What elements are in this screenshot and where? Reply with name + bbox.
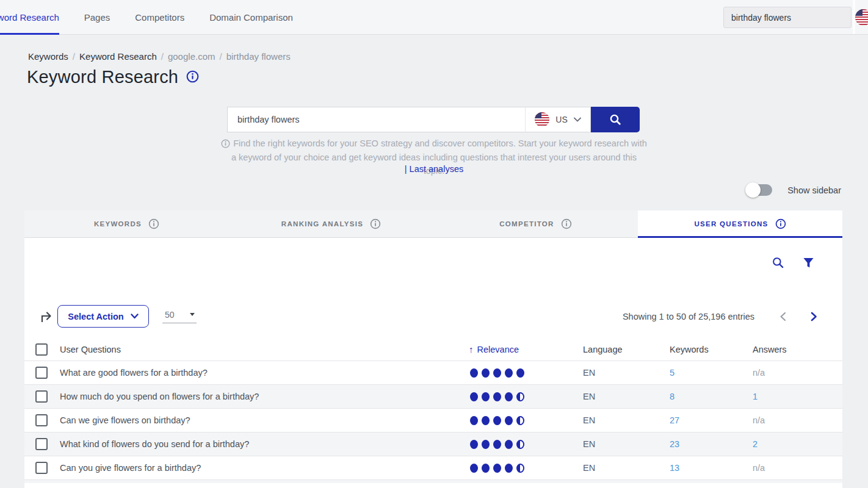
info-icon[interactable] [186,67,199,87]
relevance-dot-filled [493,368,501,378]
info-icon[interactable] [775,218,786,229]
table-row: How much do you spend on flowers for a b… [24,384,842,408]
page-title: Keyword Research [27,67,199,87]
tab-label: User Questions [694,220,768,228]
row-checkbox[interactable] [35,390,48,403]
breadcrumb: Keywords/Keyword Research/google.com/bir… [28,51,291,62]
relevance-dot-filled [470,464,478,473]
breadcrumb-domain[interactable]: google.com [168,51,215,62]
chevron-left-icon[interactable] [779,312,787,321]
tab-ranking-analysis[interactable]: Ranking Analysis [229,210,433,237]
breadcrumb-keyword-research[interactable]: Keyword Research [79,51,157,62]
chevron-down-icon [131,314,139,319]
question-cell: What kind of flowers do you send for a b… [60,439,469,449]
select-all-checkbox[interactable] [35,343,48,356]
nav-item-domain-comparison[interactable]: Domain Comparison [209,0,293,34]
filter-funnel-icon[interactable] [803,257,814,268]
column-header-relevance[interactable]: ↑ Relevance [469,344,583,354]
keywords-link[interactable]: 27 [670,415,679,425]
action-row: Select Action 50 Showing 1 to 50 of 25,1… [24,305,842,328]
caret-down-icon [190,313,195,316]
row-checkbox[interactable] [35,367,48,379]
info-icon[interactable] [561,218,572,229]
header-search-input[interactable] [723,7,852,28]
tab-label: Ranking Analysis [281,220,363,228]
language-cell: EN [583,439,670,449]
answers-cell: n/a [753,463,765,473]
column-header-user-questions: User Questions [60,345,469,354]
partial-row [24,479,842,483]
relevance-dot-half [516,464,524,473]
country-select[interactable]: US [525,107,591,132]
question-cell: Can we give flowers on birthday? [60,415,469,425]
keyword-search-bar: US [227,107,640,132]
answers-cell[interactable]: 1 [753,392,758,401]
breadcrumb-keyword[interactable]: birthday flowers [226,51,291,62]
relevance-dots [469,440,583,449]
table-row: What kind of flowers do you send for a b… [24,432,842,456]
keyword-search-input[interactable] [227,107,525,132]
table-header: User Questions ↑ Relevance Language Keyw… [24,338,842,361]
relevance-dot-filled [470,368,478,378]
select-action-button[interactable]: Select Action [57,305,149,328]
answers-cell[interactable]: 2 [753,439,758,449]
keywords-link[interactable]: 5 [670,368,675,378]
info-icon[interactable] [148,218,159,229]
info-icon[interactable] [370,218,381,229]
relevance-dot-filled [493,392,501,401]
search-button[interactable] [591,107,640,132]
question-cell: Can you give flowers for a birthday? [60,463,469,473]
select-action-label: Select Action [68,312,123,321]
nav-item-keyword-research[interactable]: Keyword Research [0,0,59,34]
nav-item-competitors[interactable]: Competitors [135,0,184,34]
relevance-dot-half [516,392,524,401]
row-checkbox[interactable] [35,438,48,450]
country-code: US [555,115,567,124]
tab-keywords[interactable]: Keywords [24,210,229,237]
toggle-knob [745,182,761,198]
nav-item-pages[interactable]: Pages [84,0,110,34]
relevance-dot-filled [505,440,513,449]
language-cell: EN [583,415,670,425]
page-size-value: 50 [165,310,175,320]
panel-body: Select Action 50 Showing 1 to 50 of 25,1… [24,238,842,483]
column-header-answers[interactable]: Answers [753,345,842,354]
relevance-dot-half [516,440,524,449]
us-flag-icon [535,112,549,127]
search-icon[interactable] [772,256,784,269]
column-header-keywords[interactable]: Keywords [670,345,753,354]
us-flag-icon[interactable] [855,9,868,26]
tab-competitor[interactable]: Competitor [433,210,638,237]
table-row: Can you give flowers for a birthday? EN … [24,456,842,479]
show-sidebar-label: Show sidebar [787,185,841,195]
relevance-dot-filled [470,416,478,425]
export-arrow-icon[interactable] [38,309,54,325]
relevance-dots [469,392,583,401]
row-checkbox[interactable] [35,414,48,426]
answers-cell: n/a [753,415,765,425]
table-row: What are good flowers for a birthday? EN… [24,361,842,384]
language-cell: EN [583,463,670,473]
keywords-link[interactable]: 23 [670,439,679,449]
language-cell: EN [583,392,670,401]
keywords-link[interactable]: 8 [670,392,675,401]
relevance-dots [469,368,583,378]
relevance-dot-half [516,416,524,425]
chevron-down-icon [574,117,581,122]
search-icon [609,113,622,126]
last-analyses-link[interactable]: | Last analyses [220,164,648,174]
relevance-dots [469,416,583,425]
keywords-link[interactable]: 13 [670,463,679,473]
answers-cell: n/a [753,368,765,378]
row-checkbox[interactable] [35,462,48,474]
relevance-dot-filled [505,368,513,378]
page-size-select[interactable]: 50 [162,310,197,323]
tab-label: Keywords [94,220,142,228]
tab-user-questions[interactable]: User Questions [638,210,842,237]
relevance-dot-filled [505,416,513,425]
show-sidebar-toggle[interactable] [747,184,772,196]
chevron-right-icon[interactable] [810,312,818,321]
column-header-language[interactable]: Language [583,345,670,354]
breadcrumb-keywords[interactable]: Keywords [28,51,68,62]
question-cell: How much do you spend on flowers for a b… [60,392,469,401]
